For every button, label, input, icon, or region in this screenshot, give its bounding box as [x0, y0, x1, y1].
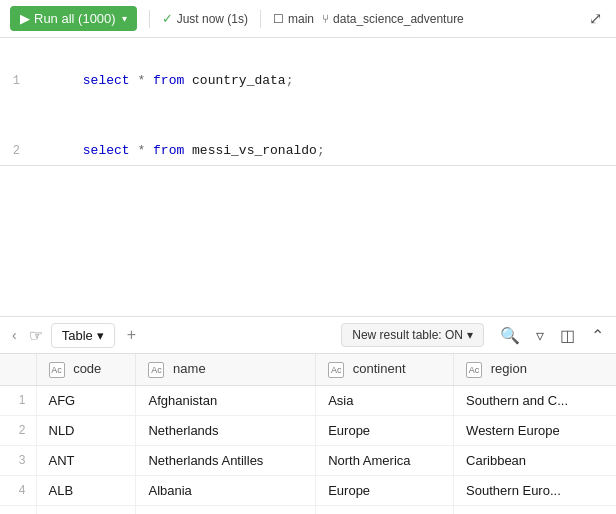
table-toolbar-icons: 🔍 ▿ ◫ ⌃ — [496, 322, 608, 349]
cell-region: Southern Euro... — [454, 475, 616, 505]
col-header-name[interactable]: Ac name — [136, 354, 316, 385]
status-text: Just now (1s) — [177, 12, 248, 26]
code-line-2: 2 select * from messi_vs_ronaldo; — [0, 116, 616, 166]
cell-code: ANT — [36, 445, 136, 475]
line-number: 1 — [0, 70, 36, 92]
status-item: ✓ Just now (1s) — [162, 11, 248, 26]
search-icon[interactable]: 🔍 — [496, 322, 524, 349]
check-icon: ✓ — [162, 11, 173, 26]
cell-name: Albania — [136, 475, 316, 505]
cell-continent: Asia — [316, 385, 454, 415]
toolbar-separator — [149, 10, 150, 28]
bottom-tabbar: ‹ ☞ Table ▾ + New result table: ON ▾ 🔍 ▿… — [0, 316, 616, 354]
code-line-1: 1 select * from country_data; — [0, 46, 616, 116]
file-item[interactable]: ☐ main — [273, 12, 314, 26]
result-table: Ac code Ac name Ac continent Ac region 1 — [0, 354, 616, 514]
result-chevron-icon: ▾ — [467, 328, 473, 342]
cell-code: NLD — [36, 415, 136, 445]
cell-name: Afghanistan — [136, 385, 316, 415]
file-name: main — [288, 12, 314, 26]
cursor-hand-icon[interactable]: ☞ — [25, 322, 47, 349]
line-number: 2 — [0, 140, 36, 162]
code-editor[interactable]: 1 select * from country_data; 2 select *… — [0, 38, 616, 166]
file-icon: ☐ — [273, 12, 284, 26]
col-type-icon: Ac — [49, 362, 65, 378]
cell-continent: Africa — [316, 505, 454, 514]
cell-region: Caribbean — [454, 445, 616, 475]
top-toolbar: ▶ Run all (1000) ▾ ✓ Just now (1s) ☐ mai… — [0, 0, 616, 38]
code-content: select * from country_data; — [36, 48, 293, 114]
row-number: 3 — [0, 445, 36, 475]
toolbar-right: ⤢ — [585, 5, 606, 32]
branch-item[interactable]: ⑂ data_science_adventure — [322, 12, 464, 26]
cell-code: ALB — [36, 475, 136, 505]
cell-region: Western Europe — [454, 415, 616, 445]
row-number: 5 — [0, 505, 36, 514]
row-number: 4 — [0, 475, 36, 505]
expand-icon[interactable]: ⤢ — [585, 5, 606, 32]
empty-editor-area[interactable] — [0, 166, 616, 316]
col-header-code[interactable]: Ac code — [36, 354, 136, 385]
branch-icon: ⑂ — [322, 12, 329, 26]
run-label: Run all (1000) — [34, 11, 116, 26]
row-number: 2 — [0, 415, 36, 445]
table-tab[interactable]: Table ▾ — [51, 323, 115, 348]
table-row[interactable]: 1 AFG Afghanistan Asia Southern and C... — [0, 385, 616, 415]
cell-continent: Europe — [316, 415, 454, 445]
table-row[interactable]: 2 NLD Netherlands Europe Western Europe — [0, 415, 616, 445]
run-chevron-icon: ▾ — [122, 13, 127, 24]
col-header-continent[interactable]: Ac continent — [316, 354, 454, 385]
col-label: region — [491, 361, 527, 376]
nav-left-icon[interactable]: ‹ — [8, 323, 21, 347]
chevron-up-icon[interactable]: ⌃ — [587, 322, 608, 349]
row-number: 1 — [0, 385, 36, 415]
play-icon: ▶ — [20, 11, 30, 26]
filter-icon[interactable]: ▿ — [532, 322, 548, 349]
col-label: name — [173, 361, 206, 376]
cell-code: DZA — [36, 505, 136, 514]
cell-name: Netherlands Antilles — [136, 445, 316, 475]
table-row[interactable]: 4 ALB Albania Europe Southern Euro... — [0, 475, 616, 505]
cell-continent: Europe — [316, 475, 454, 505]
cell-name: Algeria — [136, 505, 316, 514]
col-type-icon: Ac — [148, 362, 164, 378]
col-label: code — [73, 361, 101, 376]
col-type-icon: Ac — [328, 362, 344, 378]
result-label: New result table: ON — [352, 328, 463, 342]
col-type-icon: Ac — [466, 362, 482, 378]
table-tab-chevron: ▾ — [97, 328, 104, 343]
toolbar-separator-2 — [260, 10, 261, 28]
result-table-toggle[interactable]: New result table: ON ▾ — [341, 323, 484, 347]
cell-code: AFG — [36, 385, 136, 415]
table-header-row: Ac code Ac name Ac continent Ac region — [0, 354, 616, 385]
run-all-button[interactable]: ▶ Run all (1000) ▾ — [10, 6, 137, 31]
layout-icon[interactable]: ◫ — [556, 322, 579, 349]
add-tab-button[interactable]: + — [119, 322, 144, 348]
data-table-container: Ac code Ac name Ac continent Ac region 1 — [0, 354, 616, 514]
table-row[interactable]: 5 DZA Algeria Africa Northern Africa — [0, 505, 616, 514]
cell-continent: North America — [316, 445, 454, 475]
col-header-region[interactable]: Ac region — [454, 354, 616, 385]
row-num-header — [0, 354, 36, 385]
cell-region: Southern and C... — [454, 385, 616, 415]
code-content: select * from messi_vs_ronaldo; — [36, 118, 325, 166]
table-tab-label: Table — [62, 328, 93, 343]
cell-region: Northern Africa — [454, 505, 616, 514]
cell-name: Netherlands — [136, 415, 316, 445]
table-row[interactable]: 3 ANT Netherlands Antilles North America… — [0, 445, 616, 475]
col-label: continent — [353, 361, 406, 376]
branch-name: data_science_adventure — [333, 12, 464, 26]
